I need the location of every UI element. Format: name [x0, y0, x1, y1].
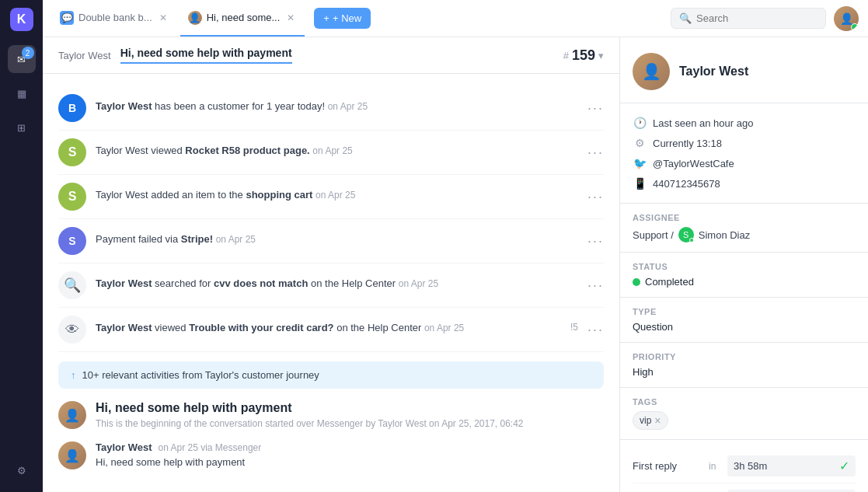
activity-description: Taylor West added an item to the [96, 189, 246, 201]
status-badge: Completed [633, 276, 856, 288]
user-avatar-image: 👤 [834, 6, 859, 31]
tags-container: vip × [633, 411, 856, 430]
twitter-handle: @TaylorWestCafe [653, 158, 734, 169]
left-sidebar: K ✉ 2 ▦ ⊞ ⚙ [0, 0, 43, 492]
message-content: Hi, need some help with payment This is … [96, 401, 604, 429]
more-options-icon[interactable]: ··· [587, 183, 604, 205]
tab-2-label: Hi, need some... [207, 12, 281, 23]
reply-sender: Taylor West [96, 441, 152, 453]
topbar-right: 🔍 👤 [671, 6, 859, 31]
reply-text: Hi, need some help with payment [96, 456, 604, 468]
current-time-text: Currently 13:18 [653, 138, 722, 149]
last-seen-text: Last seen an hour ago [653, 117, 753, 129]
more-options-icon[interactable]: ··· [587, 227, 604, 249]
customer-header: 👤 Taylor West [620, 37, 868, 103]
tag-remove-icon[interactable]: × [654, 414, 661, 427]
view-activity-icon: 👁 [58, 316, 86, 344]
tab-2-close-icon[interactable]: ✕ [284, 12, 297, 24]
status-label: Status [633, 262, 856, 271]
tab-1-icon: 💬 [60, 11, 74, 25]
more-options-icon[interactable]: ··· [587, 94, 604, 117]
more-options-icon[interactable]: ··· [587, 138, 604, 161]
tab-1[interactable]: 💬 Double bank b... ✕ [52, 0, 177, 37]
detail-row-seen: 🕐 Last seen an hour ago [633, 113, 856, 133]
assignee-avatar: S [678, 227, 694, 243]
activity-text: Taylor West added an item to the shoppin… [96, 183, 578, 201]
status-section: Status Completed [620, 253, 868, 298]
more-options-icon[interactable]: ··· [587, 316, 604, 338]
right-panel: 👤 Taylor West 🕐 Last seen an hour ago ⚙ … [619, 37, 868, 492]
first-reply-value-box: 3h 58m ✓ [727, 455, 856, 476]
conversation-header: Taylor West Hi, need some help with paym… [43, 37, 619, 74]
user-avatar-top[interactable]: 👤 [834, 6, 859, 31]
activity-item: 👁 Taylor West viewed Trouble with your c… [58, 308, 604, 352]
activity-highlight: Rocket R58 product page. [185, 145, 309, 156]
sidebar-item-reports[interactable]: ▦ [8, 79, 36, 107]
tab-1-label: Double bank b... [78, 12, 152, 23]
shopify-icon: S [58, 138, 86, 166]
detail-row-twitter: 🐦 @TaylorWestCafe [633, 153, 856, 173]
activity-item: 🔍 Taylor West searched for cvv does not … [58, 263, 604, 308]
activity-description: Payment failed via [96, 233, 181, 245]
tab-2[interactable]: 👤 Hi, need some... ✕ [180, 0, 305, 37]
more-options-icon[interactable]: ··· [587, 271, 604, 294]
activity-description: Taylor West viewed [96, 145, 185, 156]
phone-icon: 📱 [633, 177, 647, 190]
new-button[interactable]: + + New [314, 8, 371, 29]
sidebar-item-inbox[interactable]: ✉ 2 [8, 45, 36, 73]
activity-time: on Apr 25 [216, 234, 256, 245]
detail-row-phone: 📱 440712345678 [633, 173, 856, 194]
activity-text: Taylor West searched for cvv does not ma… [96, 271, 578, 289]
conversation-panel: Taylor West Hi, need some help with paym… [43, 37, 619, 492]
content-area: Taylor West Hi, need some help with paym… [43, 37, 868, 492]
book-icon: ⊞ [17, 122, 26, 134]
activity-description-2: on the Help Center [336, 322, 424, 333]
activity-item: S Taylor West added an item to the shopp… [58, 175, 604, 219]
message-avatar-image: 👤 [58, 401, 86, 429]
customer-avatar: 👤 [633, 53, 670, 90]
chevron-down-icon[interactable]: ▾ [598, 50, 604, 61]
search-input[interactable] [696, 12, 817, 24]
sidebar-item-knowledge[interactable]: ⊞ [8, 113, 36, 141]
breadcrumb: Taylor West [58, 50, 111, 61]
tag-chip-vip: vip × [633, 411, 668, 430]
metric-row-resolution: Resolution in 6d 21h 49m ✓ [633, 483, 856, 492]
assignee-row: Support / S Simon Diaz [633, 227, 856, 243]
activity-text: Payment failed via Stripe! on Apr 25 [96, 227, 578, 245]
tabs-bar: 💬 Double bank b... ✕ 👤 Hi, need some... … [43, 0, 868, 37]
customer-details: 🕐 Last seen an hour ago ⚙ Currently 13:1… [620, 103, 868, 204]
new-button-icon: + [323, 12, 329, 24]
activity-description: has been a customer for 1 year today! [155, 100, 328, 112]
status-value: Completed [645, 276, 694, 288]
settings-button[interactable]: ⚙ [8, 456, 36, 484]
journey-banner[interactable]: ↑ 10+ relevant activities from Taylor's … [58, 361, 604, 389]
new-button-label: + New [333, 12, 361, 24]
activity-item: S Taylor West viewed Rocket R58 product … [58, 131, 604, 175]
activity-description-2: on the Help Center [311, 277, 399, 289]
conversation-body: B Taylor West has been a customer for 1 … [43, 74, 619, 492]
status-green-dot [633, 278, 640, 286]
tab-1-close-icon[interactable]: ✕ [157, 12, 169, 24]
activity-text: Taylor West viewed Trouble with your cre… [96, 316, 561, 333]
inbox-badge: 2 [22, 47, 34, 59]
conversation-id-number: 159 [572, 47, 595, 64]
activity-time: on Apr 25 [399, 278, 438, 289]
type-section: Type Question [620, 298, 868, 343]
app-logo[interactable]: K [10, 8, 33, 31]
priority-label: Priority [633, 352, 856, 361]
reply-content: Taylor West on Apr 25 via Messenger Hi, … [96, 441, 604, 468]
priority-value: High [633, 366, 856, 378]
customer-name: Taylor West [679, 65, 748, 79]
intercom-icon: B [58, 94, 86, 122]
activity-description: searched for [155, 277, 214, 289]
detail-row-time: ⚙ Currently 13:18 [633, 133, 856, 153]
customer-name: Taylor West [96, 322, 152, 333]
search-activity-icon: 🔍 [58, 271, 86, 299]
activity-text: Taylor West has been a customer for 1 ye… [96, 94, 578, 112]
activity-description: viewed [155, 322, 189, 333]
activity-highlight: shopping cart [246, 189, 312, 201]
assignee-online-dot [689, 238, 694, 243]
search-box[interactable]: 🔍 [671, 8, 826, 29]
metric-row-first-reply: First reply in 3h 58m ✓ [633, 449, 856, 483]
tags-section: Tags vip × [620, 388, 868, 440]
